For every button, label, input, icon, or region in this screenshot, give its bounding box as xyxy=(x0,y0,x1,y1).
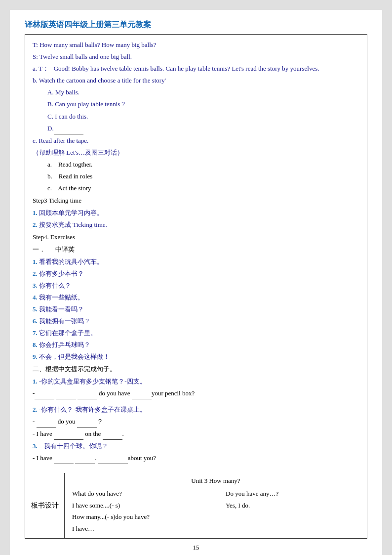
list-b: b. Read in roles xyxy=(33,171,359,182)
num: 3. xyxy=(33,442,38,450)
blank11 xyxy=(98,453,128,464)
line-text: 我能拥有一张吗？ xyxy=(39,317,90,325)
line-text: 我能看一看吗？ xyxy=(39,305,84,313)
s4-item3: 3. 你有什么？ xyxy=(33,280,359,291)
section1-header: 一． 中译英 xyxy=(33,244,359,255)
s4-item9: 9. 不会，但是我会这样做！ xyxy=(33,351,359,362)
ex1-line1: - do you have your pencil box? xyxy=(33,388,359,399)
blank7 xyxy=(54,428,83,440)
num: 4. xyxy=(33,294,38,301)
line-D: D. xyxy=(33,123,359,134)
line-text: C. I can do this. xyxy=(47,113,88,120)
line-text: c. Act the story xyxy=(47,184,91,192)
ex3-prompt: 3. – 我有十四个球。你呢？ xyxy=(33,441,359,452)
line-text: b. Read in roles xyxy=(47,172,92,180)
board-content: Unit 3 How many? What do you have? I hav… xyxy=(65,473,367,538)
blank9 xyxy=(54,453,74,464)
line-text: b. Watch the cartoon and choose a title … xyxy=(33,77,166,84)
line-t: T: How many small balls? How many big ba… xyxy=(33,40,359,50)
step3-header: Step3 Ticking time xyxy=(33,195,359,206)
s4-item5: 5. 我能看一看吗？ xyxy=(33,304,359,315)
line-a: a. T： Good! Bobby has twelve table tenni… xyxy=(33,63,359,74)
board-title: Unit 3 How many? xyxy=(72,477,359,485)
ex2-prompt: 2. -你有什么？-我有许多盒子在课桌上。 xyxy=(33,404,359,415)
s4-item6: 6. 我能拥有一张吗？ xyxy=(33,316,359,327)
spacer-bottom xyxy=(33,465,359,470)
line-text: 按要求完成 Ticking time. xyxy=(39,221,107,228)
page-title: 译林版英语四年级上册第三单元教案 xyxy=(25,20,367,30)
s4-item8: 8. 你会打乒乓球吗？ xyxy=(33,340,359,350)
blank1 xyxy=(35,388,54,399)
blank4 xyxy=(132,388,152,399)
blank3 xyxy=(78,388,97,399)
blank-D xyxy=(54,123,83,134)
board-section: 板书设计 Unit 3 How many? What do you have? … xyxy=(25,473,367,539)
board-left-col: What do you have? I have some....(- s) H… xyxy=(72,488,206,534)
ex2-line1: - do you ？ xyxy=(33,416,359,427)
step4-text: Step4. Exercises xyxy=(33,233,75,241)
blank6 xyxy=(77,416,97,427)
line-b: b. Watch the cartoon and choose a title … xyxy=(33,75,359,86)
board-right-col: Do you have any…? Yes, I do. xyxy=(226,488,359,534)
line-text: a. T： Good! Bobby has twelve table tenni… xyxy=(33,65,319,72)
line-c-read: c. Read after the tape. xyxy=(33,135,359,146)
line-text: 你有什么？ xyxy=(39,282,71,289)
ex1-prompt: 1. -你的文具盒里有多少支钢笔？-四支。 xyxy=(33,376,359,387)
line-text: T: How many small balls? How many big ba… xyxy=(33,41,157,48)
section2-text: 二、根据中文提示完成句子。 xyxy=(33,365,116,373)
line-text: 回顾本单元学习内容。 xyxy=(39,209,103,216)
line-text: -你有什么？-我有许多盒子在课桌上。 xyxy=(39,406,146,413)
page: 译林版英语四年级上册第三单元教案 T: How many small balls… xyxy=(10,10,382,555)
blank5 xyxy=(37,416,56,427)
line-text: – 我有十四个球。你呢？ xyxy=(39,442,108,450)
blank10 xyxy=(75,453,95,464)
board-line: Yes, I do. xyxy=(226,500,359,511)
line-text: - I have on the . xyxy=(33,430,124,437)
section2-header: 二、根据中文提示完成句子。 xyxy=(33,363,359,375)
line-text: 不会，但是我会这样做！ xyxy=(39,353,110,360)
board-line: I have some....(- s) xyxy=(72,500,206,511)
line-text: - I have . about you? xyxy=(33,454,156,462)
spacer xyxy=(33,400,359,404)
board-line: I have… xyxy=(72,523,206,534)
line-text: B. Can you play table tennis？ xyxy=(47,100,126,108)
board-line: What do you have? xyxy=(72,488,206,499)
line-text: 你会打乒乓球吗？ xyxy=(39,341,90,348)
line-cn-help: （帮助理解 Let's…及图三对话） xyxy=(33,147,359,158)
list-c: c. Act the story xyxy=(33,183,359,194)
s4-item4: 4. 我有一些贴纸。 xyxy=(33,292,359,303)
step4-header: Step4. Exercises xyxy=(33,231,359,243)
step3-item1: 1. 回顾本单元学习内容。 xyxy=(33,208,359,218)
line-text: c. Read after the tape. xyxy=(33,137,88,144)
step3-text: Step3 Ticking time xyxy=(33,197,81,204)
line-text: - do you have your pencil box? xyxy=(33,389,195,397)
num: 6. xyxy=(33,317,38,325)
board-line: Do you have any…? xyxy=(226,488,359,499)
s4-item7: 7. 它们在那个盒子里。 xyxy=(33,328,359,339)
num: 8. xyxy=(33,341,38,348)
line-text: 看看我的玩具小汽车。 xyxy=(39,258,103,265)
line-s: S: Twelve small balls and one big ball. xyxy=(33,51,359,62)
line-text: A. My balls. xyxy=(47,88,79,96)
line-text: 我有一些贴纸。 xyxy=(39,294,84,301)
line-text: S: Twelve small balls and one big ball. xyxy=(33,53,132,60)
list-a: a. Read togther. xyxy=(33,159,359,170)
step3-item2: 2. 按要求完成 Ticking time. xyxy=(33,219,359,230)
board-columns: What do you have? I have some....(- s) H… xyxy=(72,488,359,534)
line-text: - do you ？ xyxy=(33,418,103,425)
board-label: 板书设计 xyxy=(25,473,65,538)
line-text: -你的文具盒里有多少支钢笔？-四支。 xyxy=(39,378,146,385)
ex2-line2: - I have on the . xyxy=(33,428,359,440)
num: 7. xyxy=(33,329,38,337)
page-number: 15 xyxy=(25,544,367,552)
line-text: D. xyxy=(47,125,83,132)
s4-item1: 1. 看看我的玩具小汽车。 xyxy=(33,256,359,267)
num: 2. xyxy=(33,221,38,228)
line-C: C. I can do this. xyxy=(33,111,359,122)
board-line: How many...(- s)do you have? xyxy=(72,511,206,522)
blank2 xyxy=(56,388,76,399)
line-B: B. Can you play table tennis？ xyxy=(33,99,359,110)
blank8 xyxy=(103,428,122,440)
main-content: T: How many small balls? How many big ba… xyxy=(25,34,367,473)
num: 9. xyxy=(33,353,38,360)
